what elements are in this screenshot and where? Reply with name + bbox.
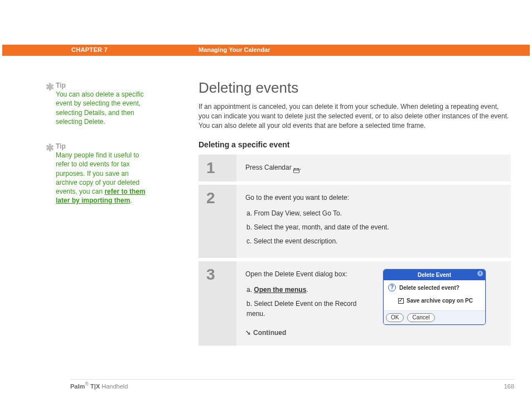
delete-event-dialog: Delete Event i ? Delete selected event? <box>383 269 486 325</box>
step3-a-post: . <box>306 286 308 294</box>
step-number: 2 <box>206 190 215 206</box>
step-body: Press Calendar . <box>236 155 511 181</box>
archive-checkbox-row[interactable]: ✓ Save archive copy on PC <box>398 296 481 305</box>
tip-label: Tip <box>56 142 173 151</box>
tip-1: ✱ Tip You can also delete a specific eve… <box>56 81 173 126</box>
step2-a: a. From Day View, select Go To. <box>246 208 502 218</box>
page-number: 168 <box>504 383 514 390</box>
footer-model: T|X <box>89 383 100 390</box>
footer-brand-name: Palm <box>70 383 85 390</box>
svg-rect-0 <box>294 169 299 173</box>
tip-body: Many people find it useful to refer to o… <box>56 151 151 205</box>
tip-2: ✱ Tip Many people find it useful to refe… <box>56 142 173 205</box>
asterisk-icon: ✱ <box>46 141 54 155</box>
question-icon: ? <box>388 284 396 291</box>
footer-rule <box>70 379 514 380</box>
step-1: 1 Press Calendar . <box>199 155 511 181</box>
ok-button[interactable]: OK <box>386 313 404 322</box>
step-2: 2 Go to the event you want to delete: a.… <box>199 185 511 258</box>
step2-c: c. Select the event description. <box>246 236 502 246</box>
steps-list: 1 Press Calendar . 2 Go to the event you… <box>199 155 511 346</box>
sidebar-tips: ✱ Tip You can also delete a specific eve… <box>56 81 173 221</box>
calendar-icon <box>293 166 299 171</box>
header-section-title: Managing Your Calendar <box>199 46 270 53</box>
step3-a-pre: a. <box>246 286 254 294</box>
step-3: 3 Open the Delete Event dialog box: a. O… <box>199 261 511 346</box>
header-chapter: CHAPTER 7 <box>71 46 108 53</box>
step-number: 1 <box>206 160 215 176</box>
svg-rect-3 <box>298 168 298 169</box>
step-number: 3 <box>206 267 215 282</box>
svg-rect-2 <box>294 168 295 169</box>
tip-text-post: . <box>130 197 132 204</box>
dialog-question: ? Delete selected event? <box>388 284 481 292</box>
info-icon[interactable]: i <box>477 271 483 276</box>
intro-paragraph: If an appointment is canceled, you can d… <box>199 102 511 130</box>
asterisk-icon: ✱ <box>46 80 54 94</box>
step3-a: a. Open the menus. <box>246 285 357 295</box>
dialog-question-text: Delete selected event? <box>399 284 460 292</box>
footer-tail: Handheld <box>100 383 128 390</box>
page-title: Deleting events <box>199 79 511 97</box>
continued-indicator: ➘Continued <box>245 328 357 338</box>
main-content: Deleting events If an appointment is can… <box>199 79 511 349</box>
step2-b: b. Select the year, month, and date of t… <box>246 222 502 232</box>
tip-text: You can also delete a specific event by … <box>56 90 144 126</box>
step3-lead: Open the Delete Event dialog box: <box>245 269 357 279</box>
dialog-title-bar: Delete Event i <box>384 270 485 280</box>
step1-text-pre: Press Calendar <box>245 164 293 171</box>
step-number-box: 3 <box>199 261 236 346</box>
step1-text-post: . <box>299 164 301 171</box>
step-body: Go to the event you want to delete: a. F… <box>236 185 511 258</box>
step-body: Open the Delete Event dialog box: a. Ope… <box>236 261 511 346</box>
checkbox-icon[interactable]: ✓ <box>398 298 404 304</box>
footer-brand: Palm® T|X Handheld <box>70 381 128 390</box>
archive-checkbox-label: Save archive copy on PC <box>407 296 473 305</box>
step-number-box: 2 <box>199 185 236 258</box>
subheading: Deleting a specific event <box>199 140 511 149</box>
continued-arrow-icon: ➘ <box>245 328 251 338</box>
step-number-box: 1 <box>199 155 236 181</box>
dialog-button-row: OK Cancel <box>384 310 485 324</box>
continued-label: Continued <box>253 329 286 337</box>
tip-label: Tip <box>56 81 173 90</box>
cancel-button[interactable]: Cancel <box>407 313 434 322</box>
tip-body: You can also delete a specific event by … <box>56 90 151 126</box>
open-menus-link[interactable]: Open the menus <box>254 286 306 294</box>
step2-lead: Go to the event you want to delete: <box>245 193 502 203</box>
dialog-title: Delete Event <box>418 272 451 278</box>
step3-b: b. Select Delete Event on the Record men… <box>246 299 357 319</box>
